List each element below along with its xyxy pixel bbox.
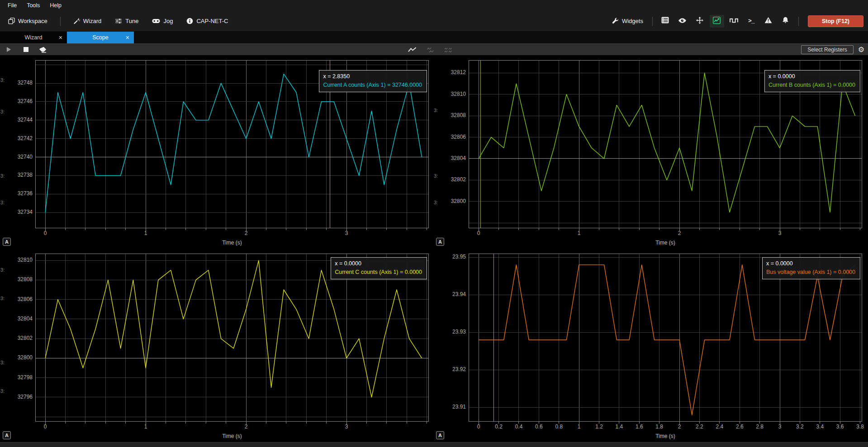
terminal-icon: >_	[748, 18, 754, 24]
autoscale-button[interactable]: A	[436, 238, 444, 246]
device-name-label: CAP-NET-C	[196, 18, 228, 24]
y-tick-label: 32796	[18, 394, 33, 400]
tooltip-series-value: Current B counts (Axis 1) = 0.0000	[768, 81, 855, 89]
y-tick-label: 23.93	[452, 329, 466, 335]
play-icon[interactable]	[4, 45, 14, 54]
notifications-button[interactable]	[778, 15, 793, 28]
layout-dual-trace-icon[interactable]	[425, 45, 435, 54]
clipped-axis-label: 3:	[0, 388, 5, 394]
layout-quad-trace-icon[interactable]	[443, 45, 453, 54]
x-tick-label: 2.8	[750, 423, 770, 430]
x-axis-title: Time (s)	[35, 433, 429, 439]
x-tick-label: 1	[569, 230, 589, 236]
y-tick-label: 32804	[18, 315, 33, 322]
y-tick-label: 32746	[18, 98, 33, 104]
y-tick-label: 32806	[451, 134, 466, 140]
tune-label: Tune	[125, 18, 138, 24]
y-tick-label: 32810	[451, 91, 466, 97]
tooltip-x-value: x = 0.0000	[335, 259, 422, 268]
wizard-wand-icon	[73, 18, 80, 24]
plot-area-bus-voltage[interactable]: x = 0.0000 Bus voltage value (Axis 1) = …	[469, 254, 862, 424]
autoscale-button[interactable]: A	[3, 431, 11, 439]
x-tick-label: 0.6	[529, 423, 549, 430]
menu-help[interactable]: Help	[45, 1, 66, 10]
chart-current-c: 3279632798328003280232804328063280832810…	[0, 249, 433, 442]
y-tick-label: 32802	[451, 176, 466, 183]
record-stop-icon[interactable]	[21, 45, 31, 54]
clipped-axis-label: 3:	[0, 77, 5, 83]
chart-bus-voltage: 23.9123.9223.9323.9423.95 x = 0.0000 Bus…	[433, 249, 868, 442]
menu-file[interactable]: File	[3, 1, 22, 10]
scope-charts-grid: 3273432736327383274032742327443274632748…	[0, 55, 868, 442]
select-registers-button[interactable]: Select Registers	[801, 45, 853, 54]
x-tick-label: 2	[236, 423, 256, 430]
watch-eye-button[interactable]	[675, 15, 690, 28]
x-tick-label: 1.6	[629, 423, 649, 430]
y-tick-label: 23.91	[452, 404, 466, 410]
tab-close-icon[interactable]: ×	[126, 34, 129, 41]
scope-toolbar: Select Registers ⚙	[0, 43, 868, 55]
y-axis-labels: 3273432736327383274032742327443274632748…	[0, 55, 35, 249]
stop-button[interactable]: Stop (F12)	[808, 15, 863, 27]
terminal-button[interactable]: >_	[744, 15, 759, 28]
list-icon	[661, 17, 669, 25]
wizard-button[interactable]: Wizard	[70, 15, 105, 27]
menu-tools[interactable]: Tools	[22, 1, 45, 10]
widgets-button[interactable]: Widgets	[608, 15, 647, 27]
status-bar	[0, 442, 868, 447]
plot-area-current-b[interactable]: x = 0.0000 Current B counts (Axis 1) = 0…	[469, 60, 862, 231]
tab-scope[interactable]: Scope ×	[67, 32, 134, 43]
x-tick-label: 0	[469, 230, 489, 236]
x-axis-labels: 0123	[433, 230, 868, 237]
scope-button[interactable]	[710, 15, 724, 28]
y-tick-label: 32744	[18, 117, 33, 123]
move-button[interactable]	[693, 15, 707, 28]
toolbar-separator	[652, 17, 653, 26]
move-arrows-icon	[696, 17, 703, 26]
application-window: File Tools Help Workspace Wizard	[0, 0, 868, 447]
settings-gear-icon[interactable]: ⚙	[858, 46, 864, 53]
x-axis-title: Time (s)	[35, 240, 429, 246]
device-info-button[interactable]: CAP-NET-C	[183, 15, 232, 27]
wrench-icon	[612, 18, 619, 24]
autoscale-button[interactable]: A	[3, 238, 11, 246]
jog-label: Jog	[163, 18, 173, 24]
clipped-axis-label: 3:	[0, 109, 5, 114]
signal-generator-button[interactable]	[727, 15, 741, 28]
autoscale-button[interactable]: A	[436, 431, 444, 439]
x-axis-labels: 0123	[0, 230, 433, 237]
y-tick-label: 32748	[18, 80, 33, 86]
jog-button[interactable]: Jog	[148, 15, 176, 27]
x-tick-label: 3.8	[850, 423, 868, 430]
tooltip-series-value: Bus voltage value (Axis 1) = 0.0000	[766, 268, 855, 277]
x-tick-label: 1.8	[650, 423, 669, 430]
y-tick-label: 32810	[18, 257, 33, 263]
toolbar-separator	[798, 17, 799, 26]
x-tick-label: 0.8	[549, 423, 569, 430]
tab-close-icon[interactable]: ×	[59, 34, 62, 41]
main-toolbar: Workspace Wizard Tune Jog	[0, 11, 868, 32]
x-tick-label: 1	[136, 423, 156, 430]
plot-area-current-a[interactable]: x = 2.8350 Current A counts (Axis 1) = 3…	[35, 60, 429, 231]
plot-area-current-c[interactable]: x = 0.0000 Current C counts (Axis 1) = 0…	[35, 254, 429, 424]
clipped-axis-label: 3:	[0, 200, 5, 205]
info-icon	[186, 18, 193, 24]
warnings-button[interactable]	[761, 15, 776, 28]
x-tick-label: 2	[236, 230, 256, 236]
y-tick-label: 32734	[18, 209, 33, 215]
clipped-axis-label: 3:	[0, 173, 5, 179]
layout-single-trace-icon[interactable]	[407, 45, 417, 54]
x-tick-label: 3	[770, 423, 790, 430]
y-tick-label: 23.92	[452, 366, 466, 372]
clipped-axis-label: 3:	[434, 200, 438, 205]
y-tick-label: 23.95	[452, 254, 466, 260]
tab-wizard[interactable]: Wizard ×	[0, 32, 67, 43]
clear-eraser-icon[interactable]	[38, 45, 48, 54]
workspace-button[interactable]: Workspace	[5, 15, 51, 27]
wizard-label: Wizard	[83, 18, 101, 24]
y-tick-label: 32798	[18, 374, 33, 381]
register-list-button[interactable]	[658, 15, 673, 28]
y-tick-label: 32800	[18, 354, 33, 361]
tune-button[interactable]: Tune	[111, 15, 142, 27]
x-tick-label: 1.2	[589, 423, 609, 430]
